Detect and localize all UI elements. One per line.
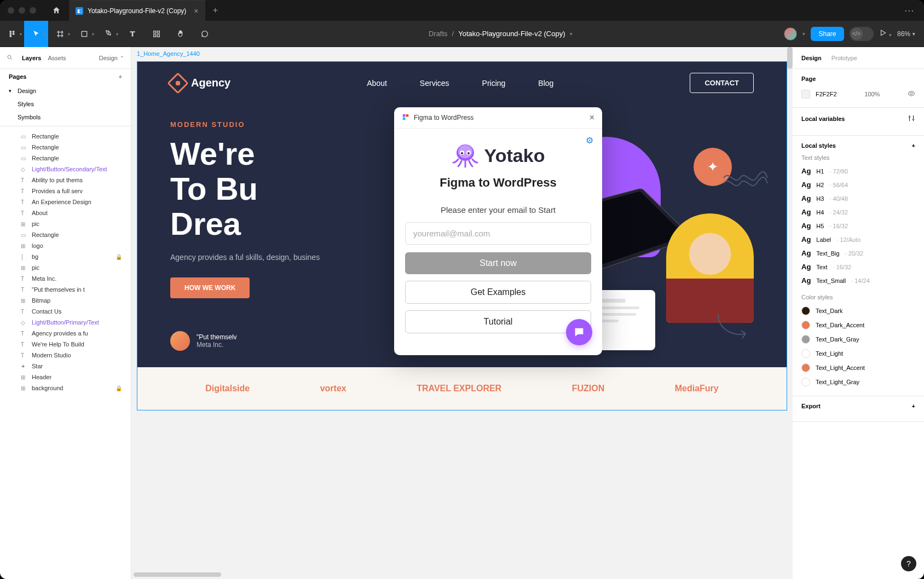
add-export-button[interactable]: +	[912, 403, 915, 409]
shape-tool-button[interactable]	[72, 21, 96, 47]
text-style-item[interactable]: AgText_Small · 14/24	[801, 274, 915, 287]
layer-item[interactable]: ◇Light/Button/Primary/Text	[0, 317, 131, 328]
minimize-window-icon[interactable]	[19, 7, 25, 14]
search-icon[interactable]	[7, 54, 13, 62]
layer-item[interactable]: TAbout	[0, 207, 131, 218]
move-tool-button[interactable]	[24, 21, 48, 47]
zoom-window-icon[interactable]	[30, 7, 36, 14]
layer-item[interactable]: TAgency provides a fu	[0, 328, 131, 339]
frame-label[interactable]: 1_Home_Agency_1440	[137, 50, 200, 57]
opacity-value[interactable]: 100%	[864, 91, 880, 97]
overflow-menu-icon[interactable]: ⋯	[896, 4, 924, 16]
chevron-down-icon[interactable]: ▾	[570, 31, 573, 37]
page-selector[interactable]: Design ⌃	[99, 55, 124, 61]
page-background-row[interactable]: F2F2F2 100%	[801, 88, 915, 101]
layer-item[interactable]: ▭Rectangle	[0, 142, 131, 153]
home-tab[interactable]	[44, 0, 69, 21]
text-tool-button[interactable]	[120, 21, 145, 47]
vertical-scrollbar[interactable]	[787, 47, 793, 69]
layer-item[interactable]: ⊞background🔒	[0, 383, 131, 393]
tab-prototype[interactable]: Prototype	[831, 55, 857, 61]
horizontal-scrollbar[interactable]	[134, 572, 221, 577]
layer-item[interactable]: ✦Star	[0, 361, 131, 372]
layer-item[interactable]: ▭Rectangle	[0, 229, 131, 240]
color-swatch[interactable]	[801, 90, 810, 99]
add-style-button[interactable]: +	[912, 142, 915, 149]
main-menu-button[interactable]	[0, 21, 24, 47]
text-style-item[interactable]: AgH5 · 16/32	[801, 219, 915, 233]
add-page-button[interactable]: +	[119, 73, 122, 80]
right-panel-scroll[interactable]: Page F2F2F2 100% Local variables	[793, 69, 924, 579]
layer-item[interactable]: ⊞logo	[0, 240, 131, 251]
layer-item[interactable]: ▭Rectangle	[0, 131, 131, 142]
color-style-item[interactable]: Text_Light_Gray	[801, 375, 915, 389]
layer-item[interactable]: ⊞Header	[0, 372, 131, 383]
present-button[interactable]: ▾	[879, 29, 892, 39]
color-style-item[interactable]: Text_Dark_Gray	[801, 332, 915, 346]
breadcrumb-filename[interactable]: Yotako-Playground-File-v2 (Copy)	[458, 30, 565, 38]
chat-fab[interactable]	[566, 319, 592, 345]
settings-icon[interactable]	[908, 114, 915, 123]
text-style-item[interactable]: AgH1 · 72/80	[801, 164, 915, 178]
color-style-item[interactable]: Text_Dark_Accent	[801, 318, 915, 332]
layer-item[interactable]: TProvides a full serv	[0, 186, 131, 196]
pen-tool-button[interactable]	[96, 21, 120, 47]
layer-item[interactable]: ▭Rectangle	[0, 153, 131, 164]
hand-tool-button[interactable]	[169, 21, 193, 47]
new-tab-button[interactable]: +	[205, 5, 226, 15]
gear-icon[interactable]: ⚙	[586, 135, 593, 146]
page-item[interactable]: Styles	[0, 97, 131, 111]
chevron-down-icon[interactable]: ▾	[802, 31, 805, 37]
color-style-item[interactable]: Text_Light_Accent	[801, 361, 915, 375]
layer-item[interactable]: TContact Us	[0, 306, 131, 317]
resources-button[interactable]	[145, 21, 169, 47]
tutorial-button[interactable]: Tutorial	[405, 310, 591, 333]
canvas[interactable]: 1_Home_Agency_1440 Agency AboutServicesP…	[131, 47, 793, 579]
email-input[interactable]	[405, 222, 591, 245]
text-style-item[interactable]: AgH2 · 56/64	[801, 178, 915, 192]
text-style-item[interactable]: AgText_Big · 20/32	[801, 246, 915, 260]
zoom-control[interactable]: 86% ▾	[897, 30, 915, 38]
hex-value[interactable]: F2F2F2	[816, 91, 837, 97]
layer-item[interactable]: ⊞Bitmap	[0, 295, 131, 306]
color-style-item[interactable]: Text_Dark	[801, 304, 915, 318]
text-style-item[interactable]: AgLabel · 12/Auto	[801, 233, 915, 246]
page-item[interactable]: Design	[0, 84, 131, 97]
layer-item[interactable]: TModern Studio	[0, 350, 131, 361]
layer-item[interactable]: TAn Experience Design	[0, 196, 131, 207]
text-style-item[interactable]: AgH3 · 40/48	[801, 192, 915, 205]
text-style-item[interactable]: AgH4 · 24/32	[801, 205, 915, 219]
tab-layers[interactable]: Layers	[22, 55, 41, 61]
visibility-icon[interactable]	[908, 90, 915, 99]
breadcrumb-root[interactable]: Drafts	[429, 30, 448, 38]
layer-item[interactable]: TMeta Inc.	[0, 273, 131, 284]
plugin-header[interactable]: Figma to WordPress ×	[394, 107, 602, 129]
frame-tool-button[interactable]	[48, 21, 72, 47]
share-button[interactable]: Share	[811, 27, 844, 41]
style-meta: · 24/32	[829, 209, 848, 216]
lock-icon[interactable]: 🔒	[116, 385, 122, 391]
layer-item[interactable]: ◇Light/Button/Secondary/Text	[0, 164, 131, 175]
examples-button[interactable]: Get Examples	[405, 281, 591, 304]
close-plugin-icon[interactable]: ×	[590, 113, 594, 123]
comment-tool-button[interactable]	[193, 21, 217, 47]
color-style-item[interactable]: Text_Light	[801, 346, 915, 361]
text-style-item[interactable]: AgText · 16/32	[801, 260, 915, 274]
layer-item[interactable]: TAbility to put thems	[0, 175, 131, 186]
dev-mode-toggle[interactable]: </>	[850, 27, 874, 41]
layer-item[interactable]: │bg🔒	[0, 251, 131, 262]
tab-assets[interactable]: Assets	[48, 55, 66, 61]
layer-item[interactable]: ⊞pic	[0, 218, 131, 229]
layer-item[interactable]: ⊞pic	[0, 262, 131, 273]
close-tab-icon[interactable]: ×	[194, 7, 198, 15]
close-window-icon[interactable]	[8, 7, 14, 14]
file-tab[interactable]: ◧ Yotako-Playground-File-v2 (Copy) ×	[69, 0, 205, 21]
user-avatar[interactable]	[784, 27, 797, 40]
page-item[interactable]: Symbols	[0, 111, 131, 124]
start-button[interactable]: Start now	[405, 252, 591, 274]
layer-item[interactable]: T"Put themselves in t	[0, 284, 131, 295]
layer-item[interactable]: TWe're Help To Build	[0, 339, 131, 350]
lock-icon[interactable]: 🔒	[116, 254, 122, 260]
tab-design[interactable]: Design	[801, 55, 822, 61]
help-button[interactable]: ?	[901, 556, 916, 571]
